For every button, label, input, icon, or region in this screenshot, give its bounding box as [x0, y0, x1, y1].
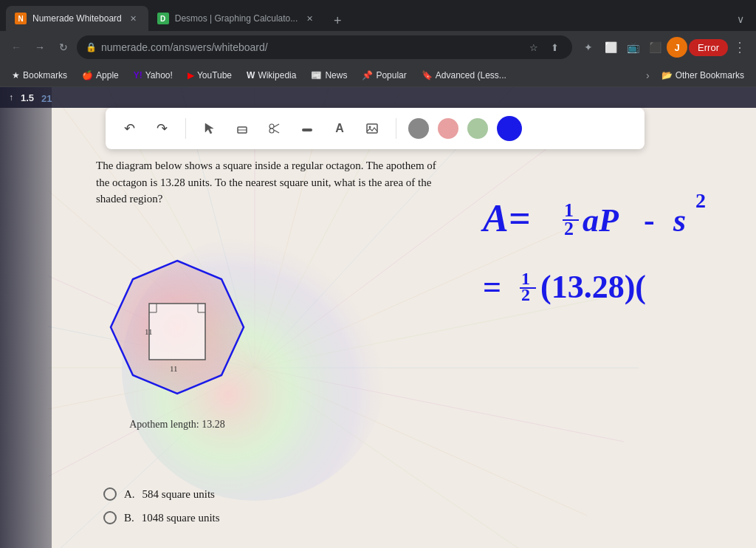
profile-button[interactable]: J — [667, 37, 687, 58]
puzzle-icon[interactable]: ⬜ — [600, 37, 621, 58]
forward-button[interactable]: → — [30, 37, 50, 58]
image-icon — [365, 122, 379, 135]
pen-icon — [300, 122, 314, 135]
radio-b[interactable] — [103, 511, 117, 524]
math-area: A= 1 2 aP - s 2 = 1 2 (13.28)( — [475, 172, 741, 342]
tab-numerade[interactable]: N Numerade Whiteboard ✕ — [6, 6, 148, 31]
diagram-container: 11 11 Apothem length: 13.28 — [96, 246, 258, 431]
top-panel-number2: 21 — [41, 93, 52, 104]
svg-text:A=: A= — [481, 197, 530, 239]
svg-point-26 — [269, 129, 274, 133]
advanced-icon: 🔖 — [422, 70, 433, 81]
answer-choice-b: B. 1048 square units — [103, 511, 220, 524]
octagon-diagram: 11 11 — [96, 246, 258, 416]
svg-rect-33 — [149, 304, 205, 360]
answer-choices: A. 584 square units B. 1048 square units — [103, 487, 220, 535]
wikipedia-icon: W — [247, 70, 255, 81]
svg-text:11: 11 — [145, 327, 153, 336]
bookmark-star[interactable]: ☆ — [525, 38, 543, 56]
bookmarks-bar: ★ Bookmarks 🍎 Apple Y! Yahoo! ▶ YouTube … — [0, 64, 756, 87]
image-tool[interactable] — [360, 117, 384, 140]
math-handwriting: A= 1 2 aP - s 2 = 1 2 (13.28)( — [475, 172, 741, 342]
select-tool[interactable] — [198, 117, 221, 140]
bookmark-bookmarks[interactable]: ★ Bookmarks — [6, 68, 73, 83]
nav-icons: ✦ ⬜ 📺 ⬛ J Error ⋮ — [578, 37, 750, 58]
toolbar-divider-2 — [396, 118, 396, 139]
bookmark-news[interactable]: 📰 News — [305, 68, 353, 83]
yahoo-icon: Y! — [134, 70, 142, 81]
svg-point-25 — [269, 124, 274, 129]
bookmark-advanced-label: Advanced (Less... — [436, 70, 506, 81]
bookmark-apple-label: Apple — [96, 70, 119, 81]
top-panel-arrow: ↑ — [9, 92, 13, 103]
bookmarks-star-icon: ★ — [12, 70, 20, 81]
radio-a[interactable] — [103, 487, 117, 501]
desktop-icon[interactable]: ⬛ — [645, 37, 665, 58]
svg-text:2: 2 — [521, 285, 530, 304]
tab-bar: N Numerade Whiteboard ✕ D Desmos | Graph… — [0, 0, 756, 31]
other-bookmarks[interactable]: 📂 Other Bookmarks — [656, 68, 750, 83]
menu-button[interactable]: ⋮ — [729, 37, 750, 58]
answer-a-label: A. — [124, 488, 135, 501]
bookmarks-more-button[interactable]: › — [643, 66, 653, 84]
svg-point-31 — [369, 126, 371, 129]
color-lightgreen[interactable] — [467, 118, 488, 139]
lock-icon: 🔒 — [86, 42, 97, 52]
pen-tool[interactable] — [295, 117, 319, 140]
bookmark-youtube-label: YouTube — [197, 70, 232, 81]
undo-button[interactable]: ↶ — [117, 117, 141, 140]
question-text: The diagram below shows a square inside … — [96, 157, 450, 208]
share-button[interactable]: ⬆ — [546, 38, 563, 56]
tab-close-numerade[interactable]: ✕ — [128, 13, 140, 24]
bookmark-advanced[interactable]: 🔖 Advanced (Less... — [416, 68, 512, 83]
news-icon: 📰 — [311, 70, 322, 81]
color-pink[interactable] — [438, 118, 458, 139]
svg-text:2: 2 — [564, 218, 574, 239]
new-tab-button[interactable]: + — [327, 10, 348, 31]
answer-b-text: 1048 square units — [142, 512, 220, 524]
tools-button[interactable] — [263, 117, 286, 140]
error-label: Error — [698, 42, 719, 53]
bookmark-yahoo[interactable]: Y! Yahoo! — [128, 68, 179, 83]
bookmark-apple[interactable]: 🍎 Apple — [76, 68, 125, 83]
bookmark-youtube[interactable]: ▶ YouTube — [182, 68, 238, 83]
left-panel — [0, 87, 52, 548]
bookmark-wikipedia[interactable]: W Wikipedia — [241, 68, 302, 83]
cursor-icon — [203, 122, 216, 135]
tab-close-desmos[interactable]: ✕ — [303, 13, 315, 24]
svg-line-27 — [274, 124, 279, 127]
redo-button[interactable]: ↷ — [150, 117, 173, 140]
eraser-icon — [236, 122, 249, 135]
extensions-icon[interactable]: ✦ — [578, 37, 599, 58]
other-bookmarks-icon: 📂 — [662, 70, 673, 81]
other-bookmarks-label: Other Bookmarks — [676, 70, 744, 81]
color-gray[interactable] — [408, 118, 429, 139]
text-tool[interactable]: A — [328, 117, 351, 140]
bookmark-popular-label: Popular — [376, 70, 406, 81]
toolbar: ↶ ↷ A — [106, 108, 645, 149]
tab-desmos[interactable]: D Desmos | Graphing Calculato... ✕ — [148, 6, 325, 31]
eraser-tool[interactable] — [230, 117, 254, 140]
address-url: numerade.com/answers/whiteboard/ — [101, 41, 268, 53]
address-actions: ☆ ⬆ — [525, 38, 563, 56]
toolbar-divider-1 — [185, 118, 186, 139]
bookmark-news-label: News — [325, 70, 347, 81]
svg-text:(13.28)(: (13.28)( — [540, 269, 646, 305]
bookmark-popular[interactable]: 📌 Popular — [356, 68, 412, 83]
text-icon: A — [335, 122, 344, 135]
tab-favicon-numerade: N — [15, 13, 27, 24]
main-content: ↑ 1.5 21 ↶ ↷ A — [0, 87, 756, 548]
apple-icon: 🍎 — [82, 70, 93, 81]
cast-icon[interactable]: 📺 — [622, 37, 643, 58]
answer-choice-a: A. 584 square units — [103, 487, 220, 501]
color-blue[interactable] — [497, 116, 522, 141]
reload-button[interactable]: ↻ — [53, 37, 74, 58]
back-button[interactable]: ← — [6, 37, 27, 58]
svg-rect-30 — [367, 124, 377, 133]
nav-bar: ← → ↻ 🔒 numerade.com/answers/whiteboard/… — [0, 31, 756, 64]
address-bar[interactable]: 🔒 numerade.com/answers/whiteboard/ ☆ ⬆ — [77, 35, 572, 59]
error-button[interactable]: Error — [689, 39, 728, 56]
tab-bar-chevron[interactable]: ∨ — [731, 10, 750, 28]
top-panel: ↑ 1.5 21 — [0, 87, 756, 108]
bookmark-bookmarks-label: Bookmarks — [23, 70, 67, 81]
